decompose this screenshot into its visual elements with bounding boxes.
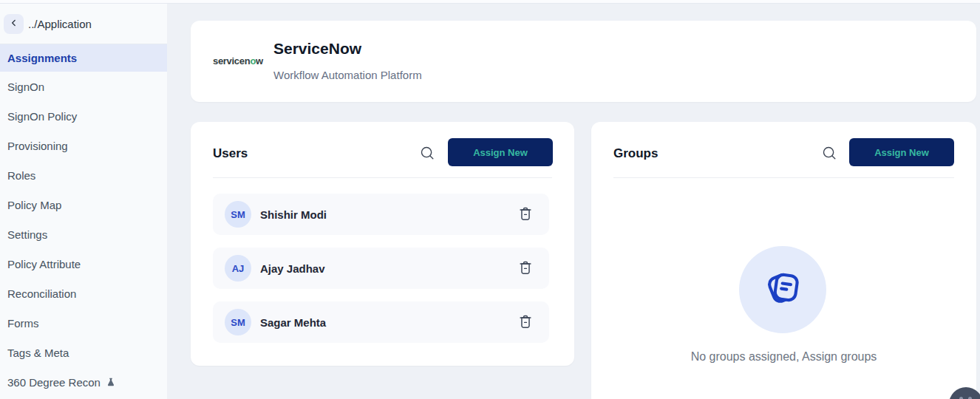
delete-user-button[interactable]: [517, 313, 534, 331]
user-name: Ajay Jadhav: [260, 262, 325, 275]
user-row: AJ Ajay Jadhav: [213, 248, 549, 289]
sidebar-item-label: SignOn: [7, 81, 44, 93]
trash-icon: [517, 205, 534, 224]
sidebar-item-360-degree-recon[interactable]: 360 Degree Recon: [0, 367, 167, 397]
sidebar-nav: Assignments SignOn SignOn Policy Provisi…: [0, 44, 167, 397]
back-label[interactable]: ../Application: [28, 18, 92, 30]
sidebar-item-label: SignOn Policy: [7, 110, 77, 123]
delete-user-button[interactable]: [517, 259, 534, 277]
user-name: Sagar Mehta: [260, 316, 326, 329]
avatar: AJ: [225, 255, 251, 282]
users-search-icon[interactable]: [419, 145, 435, 161]
sidebar: ../Application Assignments SignOn SignOn…: [0, 4, 167, 399]
sidebar-item-signon-policy[interactable]: SignOn Policy: [0, 101, 167, 131]
app-header-card: servicenow ServiceNow Workflow Automatio…: [191, 21, 976, 102]
sidebar-item-label: Forms: [7, 317, 39, 330]
sidebar-item-label: Policy Attribute: [7, 258, 81, 270]
users-panel-title: Users: [213, 146, 248, 161]
sidebar-item-policy-map[interactable]: Policy Map: [0, 190, 167, 219]
sidebar-item-label: Provisioning: [7, 140, 68, 152]
user-row: SM Shishir Modi: [213, 194, 549, 235]
page: ../Application Assignments SignOn SignOn…: [0, 0, 980, 399]
groups-assign-new-button[interactable]: Assign New: [849, 138, 954, 166]
logo-text-part: servicen: [213, 55, 250, 66]
groups-panel-divider: [613, 177, 954, 178]
app-title: ServiceNow: [273, 40, 361, 58]
delete-user-button[interactable]: [517, 205, 534, 223]
sidebar-item-policy-attribute[interactable]: Policy Attribute: [0, 249, 167, 279]
chevron-left-icon: [9, 18, 19, 31]
sidebar-item-roles[interactable]: Roles: [0, 160, 167, 190]
sidebar-item-signon[interactable]: SignOn: [0, 72, 167, 101]
logo-text-part: w: [256, 55, 263, 66]
sidebar-item-label: Assignments: [7, 52, 77, 64]
groups-panel-title: Groups: [613, 146, 658, 161]
sidebar-item-label: Policy Map: [7, 199, 61, 211]
trash-icon: [517, 259, 534, 278]
servicenow-logo: servicenow: [213, 55, 263, 66]
user-name: Shishir Modi: [260, 208, 327, 221]
sidebar-item-label: 360 Degree Recon: [7, 376, 101, 389]
trash-icon: [517, 313, 534, 332]
sidebar-item-reconciliation[interactable]: Reconciliation: [0, 279, 167, 308]
sidebar-item-label: Reconciliation: [7, 287, 76, 300]
sidebar-item-forms[interactable]: Forms: [0, 308, 167, 338]
avatar: SM: [225, 309, 251, 335]
app-subtitle: Workflow Automation Platform: [273, 69, 422, 81]
back-button[interactable]: [4, 14, 24, 34]
sidebar-item-assignments[interactable]: Assignments: [0, 44, 167, 72]
sidebar-item-label: Roles: [7, 169, 35, 182]
groups-panel: Groups Assign New No groups assigned, As…: [591, 122, 976, 399]
users-assign-new-button[interactable]: Assign New: [448, 138, 553, 166]
stacked-cards-icon: [760, 265, 806, 314]
groups-search-icon[interactable]: [821, 145, 837, 161]
users-panel: Users Assign New SM Shishir Modi AJ Ajay…: [191, 122, 574, 366]
groups-empty-text: No groups assigned, Assign groups: [591, 350, 976, 364]
user-row: SM Sagar Mehta: [213, 301, 549, 343]
sidebar-item-provisioning[interactable]: Provisioning: [0, 131, 167, 160]
flask-icon: [106, 377, 116, 387]
avatar: SM: [225, 201, 251, 228]
sidebar-item-label: Tags & Meta: [7, 347, 69, 359]
sidebar-item-tags-meta[interactable]: Tags & Meta: [0, 338, 167, 367]
sidebar-item-settings[interactable]: Settings: [0, 219, 167, 249]
back-row: ../Application: [0, 14, 167, 35]
groups-empty-state-circle: [739, 246, 826, 333]
sidebar-item-label: Settings: [7, 228, 47, 241]
logo-text-part: o: [250, 55, 256, 66]
users-panel-divider: [213, 177, 552, 178]
